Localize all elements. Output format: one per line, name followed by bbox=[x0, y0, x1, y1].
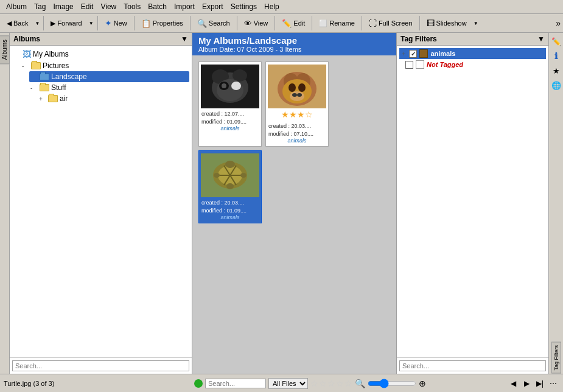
landscape-label: Landscape bbox=[51, 72, 87, 81]
toolbar-extra: » bbox=[556, 18, 561, 28]
tree-item-landscape[interactable]: Landscape bbox=[29, 71, 189, 82]
rating-star-1[interactable]: ☆ bbox=[310, 379, 318, 388]
tree-item-pictures[interactable]: - Pictures bbox=[21, 60, 189, 71]
svg-point-26 bbox=[214, 173, 220, 178]
photo-modified-3: modified : 01.09.... bbox=[201, 207, 259, 215]
view-button[interactable]: 👁 View bbox=[240, 16, 273, 30]
tag-filters-side-tab[interactable]: Tag Filters bbox=[551, 342, 561, 374]
myalbums-icon: 🖼 bbox=[23, 49, 31, 59]
menu-album[interactable]: Album bbox=[2, 1, 30, 12]
rating-filter[interactable]: ☆ ☆ ☆ ☆ ☆ bbox=[310, 379, 352, 388]
photo-item-3[interactable]: created : 20.03.... modified : 01.09....… bbox=[198, 150, 262, 223]
rename-button[interactable]: ⬜ Rename bbox=[315, 17, 359, 30]
nav-end-button[interactable]: ▶| bbox=[534, 377, 546, 390]
slideshow-button[interactable]: 🎞 Slideshow bbox=[422, 16, 471, 30]
tag-checkbox-nottagged[interactable] bbox=[405, 61, 413, 69]
globe-icon[interactable]: 🌐 bbox=[550, 79, 562, 91]
new-button[interactable]: ✦ New bbox=[100, 16, 131, 30]
view-icon: 👁 bbox=[244, 19, 252, 28]
star-icon[interactable]: ★ bbox=[550, 65, 562, 77]
zoom-slider[interactable] bbox=[368, 379, 416, 388]
svg-point-3 bbox=[233, 69, 247, 82]
tag-filters-title: Tag Filters bbox=[400, 35, 437, 43]
tree-item-stuff[interactable]: - Stuff bbox=[29, 82, 189, 93]
photo-info-2: created : 20.03.... modified : 07.10.... bbox=[268, 122, 326, 138]
tag-checkbox-animals[interactable] bbox=[409, 50, 417, 58]
rename-icon: ⬜ bbox=[319, 19, 327, 27]
tag-label-nottagged: Not Tagged bbox=[427, 61, 463, 68]
toggle-pictures[interactable]: - bbox=[22, 63, 29, 69]
zoom-out-icon[interactable]: 🔍 bbox=[355, 379, 365, 388]
sep2 bbox=[97, 16, 98, 30]
status-info: Turtle.jpg (3 of 3) bbox=[4, 380, 113, 387]
tree-item-myalbums[interactable]: 🖼 My Albums bbox=[12, 48, 189, 60]
edit-icon: ✏️ bbox=[282, 19, 292, 28]
slideshow-dropdown[interactable]: ▼ bbox=[472, 19, 480, 28]
fullscreen-button[interactable]: ⛶ Full Screen bbox=[365, 16, 417, 30]
tag-search-input[interactable] bbox=[399, 360, 546, 371]
search-icon: 🔍 bbox=[197, 19, 207, 28]
tag-item-animals[interactable]: + animals bbox=[399, 48, 546, 59]
file-filter-select[interactable]: All Files Images Videos bbox=[268, 378, 308, 389]
back-button[interactable]: ◀ Back bbox=[2, 17, 32, 30]
albums-dropdown-icon[interactable]: ▼ bbox=[181, 35, 188, 43]
status-search-input[interactable] bbox=[205, 379, 266, 388]
photo-item-2[interactable]: ★★★☆ created : 20.03.... modified : 07.1… bbox=[265, 61, 329, 147]
pencil-icon[interactable]: ✏️ bbox=[550, 35, 562, 47]
album-tree: 🖼 My Albums - Pictures Landscape - Stuff bbox=[10, 46, 192, 357]
sep9 bbox=[419, 16, 420, 30]
content-subtitle: Album Date: 07 Oct 2009 - 3 Items bbox=[198, 46, 390, 53]
forward-button[interactable]: ▶ Forward bbox=[46, 17, 86, 30]
menu-tools[interactable]: Tools bbox=[120, 1, 144, 12]
nav-more-button[interactable]: ⋯ bbox=[547, 377, 559, 390]
menu-image[interactable]: Image bbox=[49, 1, 77, 12]
fullscreen-icon: ⛶ bbox=[369, 19, 377, 28]
menu-settings[interactable]: Settings bbox=[227, 1, 261, 12]
menu-view[interactable]: View bbox=[97, 1, 120, 12]
info-icon[interactable]: ℹ bbox=[550, 50, 562, 62]
sep7 bbox=[312, 16, 312, 30]
rating-star-2[interactable]: ☆ bbox=[319, 379, 327, 388]
edit-button[interactable]: ✏️ Edit bbox=[278, 16, 309, 30]
toggle-air[interactable]: + bbox=[39, 96, 46, 102]
nav-next-button[interactable]: ▶ bbox=[520, 377, 533, 390]
nav-prev-button[interactable]: ◀ bbox=[507, 377, 519, 390]
svg-point-15 bbox=[290, 91, 304, 101]
menu-help[interactable]: Help bbox=[261, 1, 283, 12]
menu-batch[interactable]: Batch bbox=[144, 1, 170, 12]
albums-search-input[interactable] bbox=[12, 360, 189, 371]
menu-edit[interactable]: Edit bbox=[77, 1, 97, 12]
photo-item-1[interactable]: created : 12.07.... modified : 01.09....… bbox=[198, 61, 262, 147]
sep8 bbox=[362, 16, 362, 30]
photo-info-3: created : 20.03.... modified : 01.09.... bbox=[201, 199, 259, 214]
tag-label-animals: animals bbox=[430, 50, 455, 57]
rating-star-3[interactable]: ☆ bbox=[327, 379, 335, 388]
tag-item-nottagged[interactable]: Not Tagged bbox=[399, 59, 546, 70]
photo-grid: created : 12.07.... modified : 01.09....… bbox=[192, 55, 396, 374]
toolbar-more[interactable]: » bbox=[556, 18, 561, 28]
menu-import[interactable]: Import bbox=[170, 1, 198, 12]
svg-point-24 bbox=[225, 161, 235, 168]
tag-header: Tag Filters ▼ bbox=[397, 33, 548, 46]
slideshow-icon: 🎞 bbox=[427, 19, 435, 28]
forward-icon: ▶ bbox=[51, 19, 55, 27]
albums-tab[interactable]: Albums bbox=[0, 35, 10, 64]
svg-point-27 bbox=[226, 183, 234, 189]
search-button[interactable]: 🔍 Search bbox=[193, 16, 234, 30]
forward-dropdown[interactable]: ▼ bbox=[88, 19, 95, 28]
tree-item-air[interactable]: + air bbox=[38, 93, 189, 104]
tag-header-dropdown[interactable]: ▼ bbox=[537, 35, 545, 43]
rating-star-4[interactable]: ☆ bbox=[336, 379, 344, 388]
properties-button[interactable]: 📋 Properties bbox=[137, 16, 187, 30]
status-right: ◀ ▶ ▶| ⋯ bbox=[507, 377, 559, 390]
svg-point-7 bbox=[222, 83, 226, 88]
menu-tag[interactable]: Tag bbox=[30, 1, 49, 12]
zoom-in-icon[interactable]: ⊕ bbox=[419, 379, 426, 388]
menu-export[interactable]: Export bbox=[198, 1, 227, 12]
left-tabs: Albums bbox=[0, 33, 10, 374]
back-dropdown[interactable]: ▼ bbox=[33, 19, 41, 28]
tag-color-animals bbox=[419, 49, 428, 58]
toggle-stuff[interactable]: - bbox=[30, 85, 38, 91]
rating-star-5[interactable]: ☆ bbox=[344, 379, 352, 388]
photo-thumb-2 bbox=[268, 65, 326, 108]
